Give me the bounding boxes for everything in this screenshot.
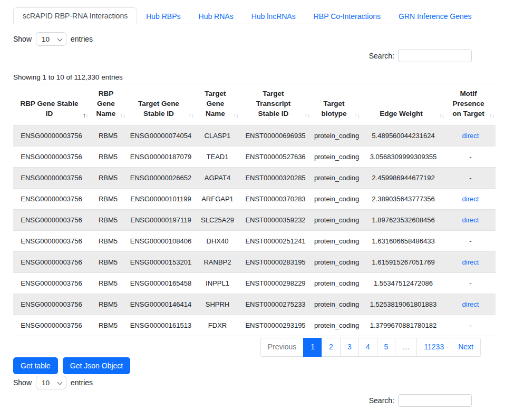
cell-rbp-gene-stable-id: ENSG00000003756 <box>13 125 90 146</box>
pagination-page-4[interactable]: 4 <box>358 338 377 357</box>
motif-direct-link[interactable]: direct <box>462 195 479 203</box>
table-row: ENSG00000003756RBM5ENSG00000146414SHPRHE… <box>13 294 496 315</box>
sort-icons: ↑↓ <box>83 112 88 119</box>
cell-motif-presence-on-target: - <box>445 315 496 336</box>
cell-target-transcript-stable-id: ENST00000527636 <box>240 146 311 168</box>
pagination: Previous12345…11233Next <box>260 338 481 357</box>
cell-target-gene-name: CLASP1 <box>195 125 240 146</box>
search-input-bottom[interactable] <box>398 394 472 407</box>
table-row: ENSG00000003756RBM5ENSG00000026652AGPAT4… <box>13 168 496 189</box>
column-header-motif-presence-on-target[interactable]: Motif Presence on Target↑↓ <box>445 84 496 125</box>
page-length-select-wrap-bottom: 10 <box>36 376 66 389</box>
entries-label-top: entries <box>71 35 93 43</box>
motif-direct-link[interactable]: direct <box>462 300 479 308</box>
table-row: ENSG00000003756RBM5ENSG00000101199ARFGAP… <box>13 189 496 210</box>
tab-hub-rnas[interactable]: Hub RNAs <box>190 8 243 24</box>
cell-edge-weight: 1.55347512472086 <box>361 273 445 294</box>
cell-target-gene-stable-id: ENSG00000197119 <box>127 210 195 231</box>
cell-target-transcript-stable-id: ENST00000696935 <box>240 125 311 146</box>
sort-desc-icon: ↓ <box>85 112 88 119</box>
cell-motif-presence-on-target: direct <box>445 252 496 273</box>
cell-motif-presence-on-target: direct <box>445 210 496 231</box>
cell-target-transcript-stable-id: ENST00000251241 <box>240 231 311 252</box>
sort-icons: ↑↓ <box>233 112 238 119</box>
pagination-page-11233[interactable]: 11233 <box>416 338 451 357</box>
sort-icons: ↑↓ <box>354 112 360 119</box>
sort-icons: ↑↓ <box>439 112 444 119</box>
pagination-previous[interactable]: Previous <box>260 338 304 357</box>
column-header-rbp-gene-name[interactable]: RBP Gene Name↑↓ <box>90 84 127 125</box>
sort-icons: ↑↓ <box>489 112 494 119</box>
pagination-page-1[interactable]: 1 <box>303 338 322 357</box>
motif-direct-link[interactable]: direct <box>462 132 479 140</box>
column-header-target-transcript-stable-id[interactable]: Target Transcript Stable ID↑↓ <box>240 84 311 125</box>
cell-motif-presence-on-target: - <box>445 231 496 252</box>
sort-icons: ↑↓ <box>304 112 309 119</box>
get-json-object-button[interactable]: Get Json Object <box>63 357 130 375</box>
column-header-target-biotype[interactable]: Target biotype↑↓ <box>311 84 361 125</box>
cell-rbp-gene-name: RBM5 <box>90 210 127 231</box>
cell-edge-weight: 1.897623532608456 <box>361 210 445 231</box>
pagination-ellipsis: … <box>395 338 417 357</box>
cell-target-gene-stable-id: ENSG00000146414 <box>127 294 195 315</box>
cell-rbp-gene-name: RBM5 <box>90 146 127 168</box>
cell-motif-presence-on-target: direct <box>445 189 496 210</box>
cell-motif-presence-on-target: - <box>445 273 496 294</box>
cell-target-biotype: protein_coding <box>311 168 361 189</box>
table-row: ENSG00000003756RBM5ENSG00000074054CLASP1… <box>13 125 496 146</box>
show-label-top: Show <box>13 35 32 43</box>
cell-rbp-gene-stable-id: ENSG00000003756 <box>13 273 90 294</box>
column-header-target-gene-name[interactable]: Target Gene Name↑↓ <box>195 84 240 125</box>
entries-label-bottom: entries <box>71 378 93 387</box>
cell-target-gene-name: SLC25A29 <box>195 210 240 231</box>
cell-motif-presence-on-target: - <box>445 168 496 189</box>
cell-motif-presence-on-target: direct <box>445 294 496 315</box>
cell-motif-presence-on-target: - <box>445 146 496 168</box>
cell-rbp-gene-name: RBM5 <box>90 294 127 315</box>
tab-hub-lncrnas[interactable]: Hub lncRNAs <box>243 8 305 24</box>
cell-target-gene-name: DHX40 <box>195 231 240 252</box>
pagination-page-3[interactable]: 3 <box>340 338 359 357</box>
search-input-top[interactable] <box>398 50 472 62</box>
cell-edge-weight: 2.459986944677192 <box>361 168 445 189</box>
tab-hub-rbps[interactable]: Hub RBPs <box>137 8 189 24</box>
column-header-label: Target Transcript Stable ID <box>256 90 290 118</box>
cell-target-biotype: protein_coding <box>311 125 361 146</box>
tab-scrapid-rbp-rna-interactions[interactable]: scRAPID RBP-RNA Interactions <box>13 7 137 24</box>
column-header-edge-weight[interactable]: Edge Weight↑↓ <box>361 84 445 125</box>
tab-grn-inference-genes[interactable]: GRN Inference Genes <box>390 8 481 24</box>
table-row: ENSG00000003756RBM5ENSG00000108406DHX40E… <box>13 231 496 252</box>
cell-rbp-gene-stable-id: ENSG00000003756 <box>13 315 90 336</box>
sort-icons: ↑↓ <box>120 112 125 119</box>
cell-rbp-gene-name: RBM5 <box>90 315 127 336</box>
pagination-row: Previous12345…11233Next <box>13 338 496 357</box>
motif-direct-link[interactable]: direct <box>462 216 479 224</box>
cell-target-biotype: protein_coding <box>311 315 361 336</box>
cell-rbp-gene-stable-id: ENSG00000003756 <box>13 252 90 273</box>
pagination-page-5[interactable]: 5 <box>377 338 396 357</box>
pagination-page-2[interactable]: 2 <box>322 338 341 357</box>
sort-desc-icon: ↓ <box>307 112 309 119</box>
search-label-bottom: Search: <box>369 396 394 405</box>
cell-target-gene-stable-id: ENSG00000187079 <box>127 146 195 168</box>
column-header-label: Edge Weight <box>380 110 423 118</box>
cell-edge-weight: 1.3799670881780182 <box>361 315 445 336</box>
get-table-button[interactable]: Get table <box>13 357 58 375</box>
cell-target-transcript-stable-id: ENST00000359232 <box>240 210 311 231</box>
page-length-select-top[interactable]: 10 <box>36 32 66 46</box>
motif-direct-link[interactable]: direct <box>462 258 479 266</box>
cell-target-biotype: protein_coding <box>311 294 361 315</box>
page-length-select-bottom[interactable]: 10 <box>36 376 66 389</box>
cell-rbp-gene-name: RBM5 <box>90 189 127 210</box>
page: scRAPID RBP-RNA InteractionsHub RBPsHub … <box>13 7 496 407</box>
column-header-label: Target Gene Stable ID <box>138 100 179 118</box>
tab-rbp-co-interactions[interactable]: RBP Co-Interactions <box>305 8 390 24</box>
search-label-top: Search: <box>369 52 394 60</box>
column-header-rbp-gene-stable-id[interactable]: RBP Gene Stable ID↑↓ <box>13 84 90 125</box>
cell-edge-weight: 5.489560044231624 <box>361 125 445 146</box>
pagination-next[interactable]: Next <box>451 338 481 357</box>
table-row: ENSG00000003756RBM5ENSG00000161513FDXREN… <box>13 315 496 336</box>
cell-target-biotype: protein_coding <box>311 231 361 252</box>
column-header-target-gene-stable-id[interactable]: Target Gene Stable ID↑↓ <box>127 84 195 125</box>
cell-target-gene-stable-id: ENSG00000074054 <box>127 125 195 146</box>
